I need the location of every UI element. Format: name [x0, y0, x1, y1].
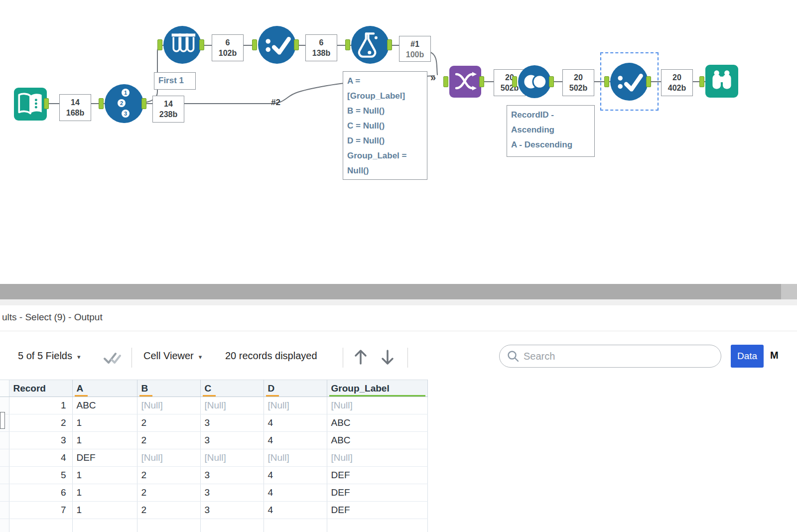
- connection-label: 20502b: [562, 69, 594, 96]
- input-anchor[interactable]: [699, 76, 704, 87]
- search-box[interactable]: [499, 345, 721, 368]
- output-anchor[interactable]: [387, 39, 392, 50]
- data-tab-button[interactable]: Data: [731, 345, 764, 368]
- data-cell[interactable]: [Null]: [200, 397, 264, 414]
- data-cell[interactable]: 1: [72, 484, 137, 502]
- data-cell[interactable]: [Null]: [327, 449, 427, 467]
- union-tool[interactable]: [518, 65, 551, 98]
- input-anchor[interactable]: [157, 39, 162, 50]
- connection-label-hash1: #1100b: [399, 36, 431, 62]
- data-cell[interactable]: 2: [137, 467, 200, 484]
- data-cell[interactable]: 1: [72, 414, 137, 432]
- column-header-a[interactable]: A: [72, 380, 137, 397]
- data-cell[interactable]: 3: [200, 467, 264, 484]
- output-anchor[interactable]: [44, 98, 49, 109]
- row-number-cell[interactable]: 1: [9, 397, 72, 414]
- data-cell[interactable]: 2: [137, 484, 200, 502]
- row-number-cell[interactable]: 2: [9, 414, 72, 432]
- union-icon: [518, 65, 551, 98]
- annotation-hash2[interactable]: #2: [271, 98, 280, 108]
- select-tool-upper[interactable]: [258, 26, 296, 64]
- data-cell[interactable]: 2: [137, 432, 200, 449]
- results-table-body: 1ABC[Null][Null][Null][Null]21234ABC3123…: [0, 397, 427, 532]
- search-input[interactable]: [524, 351, 714, 362]
- data-cell[interactable]: 1: [72, 432, 137, 449]
- record-id-tool[interactable]: 1 2 3: [105, 84, 143, 123]
- data-cell[interactable]: [Null]: [137, 397, 200, 414]
- data-cell[interactable]: [Null]: [137, 449, 200, 467]
- join-tool[interactable]: [449, 66, 481, 98]
- data-cell[interactable]: 3: [200, 414, 264, 432]
- output-anchor[interactable]: [479, 76, 484, 87]
- row-number-cell[interactable]: 5: [9, 467, 72, 484]
- panel-divider-corner: [781, 284, 797, 299]
- input-anchor[interactable]: [512, 76, 517, 87]
- data-cell[interactable]: 3: [200, 432, 264, 449]
- input-anchor[interactable]: [99, 98, 104, 109]
- apply-check-icon[interactable]: [103, 351, 122, 366]
- data-cell[interactable]: ABC: [72, 397, 137, 414]
- fields-dropdown[interactable]: 5 of 5 Fields▾: [18, 350, 80, 362]
- data-cell[interactable]: 4: [264, 432, 327, 449]
- data-cell[interactable]: DEF: [327, 502, 427, 519]
- data-cell[interactable]: 3: [200, 484, 264, 502]
- data-cell[interactable]: [Null]: [264, 397, 327, 414]
- partial-row: [0, 519, 427, 532]
- data-cell[interactable]: 1: [72, 502, 137, 519]
- data-cell[interactable]: [Null]: [327, 397, 427, 414]
- input-anchor[interactable]: [604, 76, 609, 87]
- annotation-formula[interactable]: A = [Group_Label] B = Null() C = Null() …: [343, 71, 427, 180]
- column-header-b[interactable]: B: [137, 380, 200, 397]
- table-row: 31234ABC: [0, 432, 427, 449]
- data-cell[interactable]: DEF: [327, 467, 427, 484]
- input-anchor[interactable]: [345, 39, 350, 50]
- cell-viewer-dropdown[interactable]: Cell Viewer▾: [143, 350, 202, 362]
- row-number-cell[interactable]: 3: [9, 432, 72, 449]
- data-cell[interactable]: DEF: [72, 449, 137, 467]
- output-anchor[interactable]: [199, 39, 204, 50]
- toolbar-divider: [132, 348, 132, 368]
- sample-tool[interactable]: [163, 26, 201, 64]
- data-cell[interactable]: 4: [264, 484, 327, 502]
- metadata-tab-button[interactable]: M: [770, 350, 779, 361]
- row-number-cell[interactable]: 4: [9, 449, 72, 467]
- column-header-d[interactable]: D: [264, 380, 327, 397]
- data-cell[interactable]: [Null]: [200, 449, 264, 467]
- data-cell[interactable]: ABC: [327, 432, 427, 449]
- row-number-cell[interactable]: 7: [9, 502, 72, 519]
- input-data-tool[interactable]: [14, 88, 47, 121]
- annotation-sort[interactable]: RecordID - Ascending A - Descending: [507, 105, 595, 157]
- data-cell[interactable]: 4: [264, 414, 327, 432]
- row-marker[interactable]: [0, 412, 5, 429]
- data-cell[interactable]: DEF: [327, 484, 427, 502]
- annotation-first1[interactable]: First 1: [154, 72, 196, 90]
- data-cell[interactable]: [Null]: [264, 449, 327, 467]
- browse-tool[interactable]: [705, 65, 738, 98]
- data-cell[interactable]: ABC: [327, 414, 427, 432]
- workflow-canvas[interactable]: 14168b 14238b 6102b 6138b #1100b 20502b …: [0, 0, 797, 284]
- row-gutter: [0, 449, 9, 467]
- data-cell[interactable]: 3: [200, 502, 264, 519]
- column-header-c[interactable]: C: [200, 380, 264, 397]
- select-tool-output[interactable]: [610, 63, 648, 101]
- table-row: 51234DEF: [0, 467, 427, 484]
- data-cell[interactable]: 2: [137, 414, 200, 432]
- data-cell[interactable]: 2: [137, 502, 200, 519]
- output-anchor[interactable]: [646, 76, 651, 87]
- table-row: 4DEF[Null][Null][Null][Null]: [0, 449, 427, 467]
- arrow-down-icon[interactable]: [379, 348, 397, 367]
- output-anchor[interactable]: [294, 39, 299, 50]
- column-header-record[interactable]: Record: [9, 380, 72, 397]
- column-header-group-label[interactable]: Group_Label: [327, 380, 427, 397]
- arrow-up-icon[interactable]: [352, 348, 370, 367]
- data-cell[interactable]: 4: [264, 502, 327, 519]
- formula-tool[interactable]: [351, 26, 389, 64]
- data-cell[interactable]: 1: [72, 467, 137, 484]
- input-anchor[interactable]: [252, 39, 257, 50]
- row-number-cell[interactable]: 6: [9, 484, 72, 502]
- input-anchor[interactable]: [443, 76, 448, 87]
- output-anchor[interactable]: [549, 76, 554, 87]
- data-cell[interactable]: 4: [264, 467, 327, 484]
- panel-divider-bar[interactable]: [0, 284, 781, 299]
- output-anchor[interactable]: [141, 98, 146, 109]
